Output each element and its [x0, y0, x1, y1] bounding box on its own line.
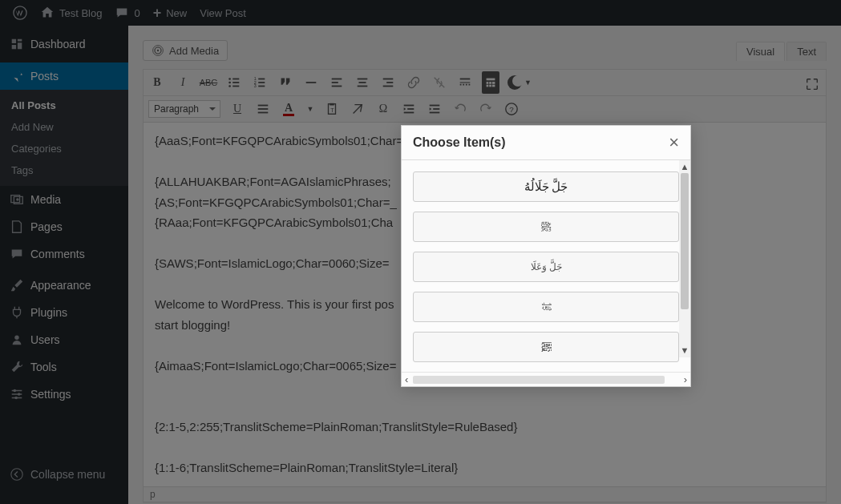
modal-title: Choose Item(s) [413, 135, 506, 150]
choose-items-modal: Choose Item(s) × جَلَّ جَلَالُهُﷺجَلَّ و… [401, 125, 691, 387]
scroll-right-icon[interactable]: › [684, 373, 687, 385]
modal-option[interactable]: جَلَّ وَعَلَا [413, 252, 679, 282]
modal-option[interactable]: ﷺ [413, 212, 679, 242]
scroll-up-icon[interactable]: ▲ [681, 163, 689, 171]
modal-option[interactable]: جَلَّ جَلَالُهُ [413, 171, 679, 202]
scroll-down-icon[interactable]: ▼ [681, 346, 689, 355]
modal-hscrollbar[interactable]: ‹ › [402, 372, 690, 386]
scroll-left-icon[interactable]: ‹ [405, 373, 408, 385]
modal-body: جَلَّ جَلَالُهُﷺجَلَّ وَعَلَاﷻ﷽ [402, 160, 690, 372]
modal-header: Choose Item(s) × [402, 126, 690, 160]
hscroll-thumb[interactable] [413, 376, 664, 384]
modal-option[interactable]: ﷻ [413, 292, 679, 322]
vscroll-thumb[interactable] [681, 173, 689, 309]
close-icon[interactable]: × [669, 134, 679, 151]
modal-vscrollbar[interactable]: ▲ ▼ [679, 160, 690, 357]
modal-option[interactable]: ﷽ [413, 332, 679, 362]
